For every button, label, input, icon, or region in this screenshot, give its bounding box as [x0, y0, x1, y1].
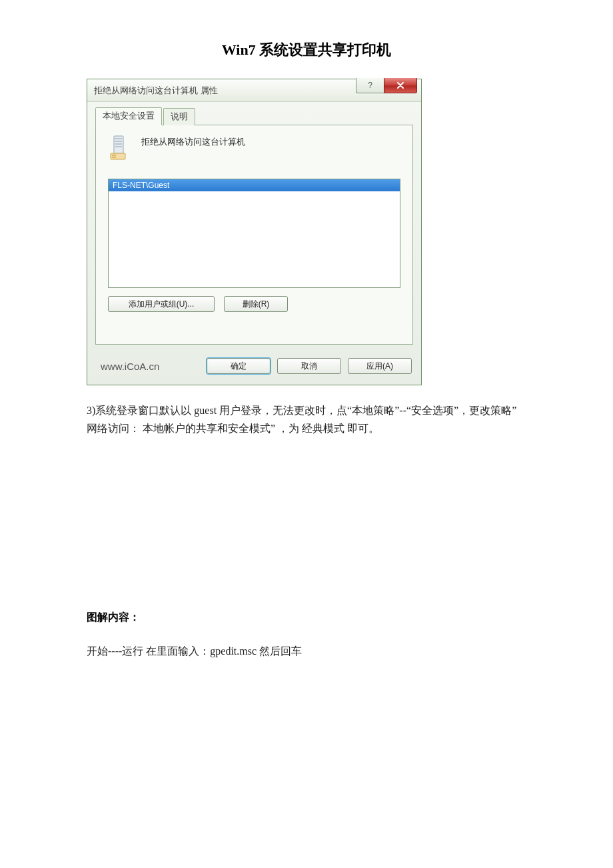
tab-panel: 拒绝从网络访问这台计算机 FLS-NET\Guest 添加用户或组(U)... … [95, 125, 413, 345]
apply-button[interactable]: 应用(A) [348, 358, 412, 374]
close-button[interactable] [384, 78, 417, 93]
tab-explain[interactable]: 说明 [163, 108, 195, 125]
remove-button[interactable]: 删除(R) [224, 296, 288, 312]
svg-rect-6 [112, 155, 116, 156]
list-item[interactable]: FLS-NET\Guest [109, 179, 400, 191]
add-user-button[interactable]: 添加用户或组(U)... [108, 296, 215, 312]
instruction-line: 开始----运行 在里面输入：gpedit.msc 然后回车 [87, 642, 526, 660]
help-icon: ? [368, 81, 372, 90]
document-title: Win7 系统设置共享打印机 [87, 40, 526, 60]
svg-rect-7 [112, 157, 116, 158]
server-icon [108, 135, 132, 161]
dialog-titlebar: 拒绝从网络访问这台计算机 属性 ? [87, 79, 421, 102]
svg-rect-4 [115, 146, 122, 147]
user-listbox[interactable]: FLS-NET\Guest [108, 179, 400, 288]
dialog-footer: www.iCoA.cn 确定 取消 应用(A) [87, 351, 421, 385]
dialog-title-text: 拒绝从网络访问这台计算机 属性 [94, 85, 218, 97]
ok-button[interactable]: 确定 [207, 358, 271, 374]
tab-strip: 本地安全设置 说明 [95, 107, 413, 125]
properties-dialog: 拒绝从网络访问这台计算机 属性 ? 本地安全设置 说明 [87, 79, 422, 385]
svg-rect-3 [115, 143, 122, 145]
watermark-text: www.iCoA.cn [101, 361, 159, 372]
svg-rect-1 [115, 138, 122, 139]
tab-local-security[interactable]: 本地安全设置 [95, 107, 162, 125]
cancel-button[interactable]: 取消 [277, 358, 341, 374]
policy-name-label: 拒绝从网络访问这台计算机 [141, 136, 245, 148]
paragraph-step3: 3)系统登录窗口默认以 guest 用户登录，无法更改时，点“本地策略”--“安… [87, 401, 526, 437]
svg-rect-2 [115, 141, 122, 142]
help-button[interactable]: ? [356, 78, 384, 93]
section-heading: 图解内容： [87, 611, 526, 625]
close-icon [396, 82, 404, 89]
svg-rect-5 [111, 153, 125, 159]
